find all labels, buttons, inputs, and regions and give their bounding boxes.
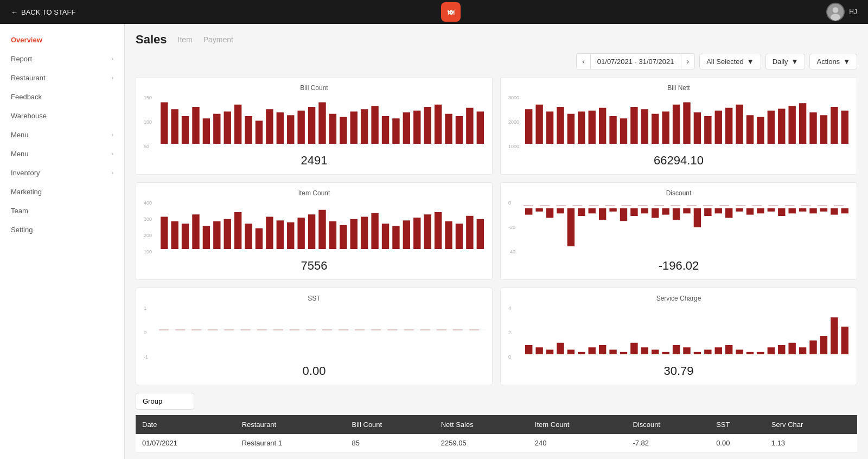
svg-rect-36	[525, 109, 532, 144]
svg-rect-83	[329, 221, 336, 249]
sidebar-item-feedback[interactable]: Feedback	[0, 87, 124, 106]
sidebar-item-menu2[interactable]: Menu›	[0, 144, 124, 163]
table-header-discount: Discount	[626, 415, 710, 434]
avatar[interactable]	[826, 3, 845, 21]
svg-rect-154	[746, 352, 754, 354]
svg-rect-69	[182, 224, 189, 249]
sidebar-item-team[interactable]: Team	[0, 201, 124, 220]
table-header-restaurant: Restaurant	[235, 415, 346, 434]
tab-payment[interactable]: Payment	[203, 34, 233, 45]
y-labels: 420	[507, 305, 522, 360]
svg-rect-95	[456, 224, 463, 249]
svg-rect-79	[287, 222, 294, 249]
svg-rect-147	[673, 345, 680, 354]
svg-rect-112	[662, 208, 669, 215]
chevron-right-icon: ›	[112, 170, 113, 176]
svg-rect-33	[456, 116, 463, 144]
chevron-down-icon: ▼	[843, 58, 850, 66]
svg-rect-32	[445, 114, 452, 144]
table-cell: 0.00	[710, 434, 765, 452]
back-button[interactable]: ← BACK TO STAFF	[11, 8, 75, 16]
top-right: HJ	[826, 3, 857, 21]
svg-rect-106	[599, 208, 606, 220]
tab-item[interactable]: Item	[178, 34, 193, 45]
svg-rect-148	[683, 347, 690, 354]
svg-rect-21	[329, 114, 336, 144]
svg-rect-92	[424, 214, 431, 249]
svg-rect-124	[788, 208, 795, 213]
main-content: Sales Item Payment ‹ 01/07/2021 - 31/07/…	[125, 24, 868, 459]
svg-point-4	[831, 14, 841, 21]
actions-dropdown[interactable]: Actions ▼	[809, 54, 857, 69]
prev-date-button[interactable]: ‹	[577, 54, 590, 69]
chart-card-sst: SST 10-1 0.00	[136, 288, 493, 385]
svg-rect-116	[704, 208, 711, 216]
svg-rect-71	[203, 226, 210, 250]
sidebar-item-restaurant[interactable]: Restaurant›	[0, 68, 124, 87]
svg-rect-44	[609, 116, 616, 144]
toolbar: ‹ 01/07/2021 - 31/07/2021 › All Selected…	[136, 53, 857, 69]
sidebar-item-marketing[interactable]: Marketing	[0, 182, 124, 201]
svg-rect-86	[361, 217, 368, 250]
svg-rect-133	[525, 345, 532, 354]
svg-rect-160	[809, 341, 816, 355]
svg-rect-122	[768, 208, 775, 212]
next-date-button[interactable]: ›	[681, 54, 695, 69]
chart-value: 7556	[143, 259, 486, 273]
back-label: BACK TO STAFF	[21, 8, 75, 16]
svg-rect-61	[788, 106, 795, 144]
chart-card-discount: Discount 0-20-40 -196.02	[500, 182, 857, 280]
date-range-display: 01/07/2021 - 31/07/2021	[590, 54, 681, 69]
svg-rect-76	[256, 228, 263, 249]
sidebar-item-menu1[interactable]: Menu›	[0, 125, 124, 144]
svg-rect-111	[652, 208, 659, 218]
back-arrow-icon: ←	[11, 8, 18, 16]
svg-rect-109	[630, 208, 637, 216]
sidebar-item-overview[interactable]: Overview	[0, 30, 124, 49]
svg-rect-161	[820, 336, 827, 354]
svg-rect-114	[683, 208, 690, 213]
chart-value: 66294.10	[507, 154, 850, 168]
svg-rect-17	[287, 115, 294, 144]
svg-rect-37	[535, 105, 542, 144]
chart-card-bill-count: Bill Count 15010050 2491	[136, 77, 493, 175]
svg-rect-107	[609, 208, 616, 212]
svg-point-3	[833, 7, 839, 13]
svg-rect-77	[266, 217, 273, 250]
svg-rect-7	[182, 116, 189, 144]
sidebar-item-warehouse[interactable]: Warehouse	[0, 106, 124, 125]
svg-rect-12	[234, 105, 241, 144]
svg-rect-94	[445, 221, 452, 249]
sidebar-item-label: Team	[11, 207, 28, 215]
y-labels: 10-1	[143, 305, 158, 360]
svg-rect-35	[477, 112, 484, 144]
svg-rect-49	[662, 112, 669, 144]
group-dropdown[interactable]: GroupDateRestaurant	[136, 393, 194, 410]
period-dropdown[interactable]: Daily ▼	[765, 54, 806, 69]
svg-rect-82	[318, 210, 326, 249]
table-header-bill-count: Bill Count	[346, 415, 435, 434]
svg-rect-58	[757, 117, 764, 144]
svg-rect-158	[788, 343, 795, 354]
main-layout: OverviewReport›Restaurant›FeedbackWareho…	[0, 24, 868, 459]
sidebar-item-label: Marketing	[11, 188, 42, 196]
sidebar-item-report[interactable]: Report›	[0, 49, 124, 68]
chart-value: 30.79	[507, 364, 850, 378]
svg-rect-30	[424, 107, 431, 144]
svg-rect-140	[599, 345, 606, 354]
y-labels: 300020001000	[507, 95, 522, 149]
chevron-right-icon: ›	[112, 151, 113, 157]
svg-rect-97	[477, 219, 484, 249]
svg-rect-81	[308, 214, 315, 249]
svg-rect-150	[704, 350, 711, 355]
sidebar-item-setting[interactable]: Setting	[0, 220, 124, 239]
svg-rect-149	[694, 352, 701, 354]
svg-rect-85	[350, 219, 358, 249]
table-header-nett-sales: Nett Sales	[435, 415, 528, 434]
chart-title: Bill Nett	[507, 84, 850, 92]
sidebar-item-inventory[interactable]: Inventory›	[0, 163, 124, 182]
svg-rect-22	[340, 117, 347, 144]
selected-dropdown[interactable]: All Selected ▼	[699, 54, 761, 69]
svg-rect-157	[778, 345, 785, 354]
svg-rect-64	[820, 115, 827, 144]
